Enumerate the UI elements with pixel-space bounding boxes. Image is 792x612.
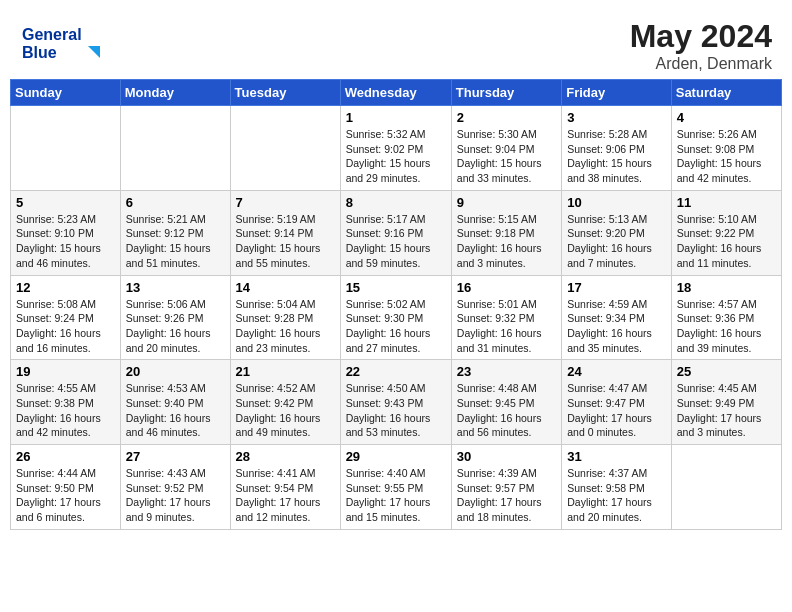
day-number: 1 [346, 110, 446, 125]
day-number: 23 [457, 364, 556, 379]
calendar-cell: 18Sunrise: 4:57 AM Sunset: 9:36 PM Dayli… [671, 275, 781, 360]
day-info: Sunrise: 4:45 AM Sunset: 9:49 PM Dayligh… [677, 381, 776, 440]
day-info: Sunrise: 5:15 AM Sunset: 9:18 PM Dayligh… [457, 212, 556, 271]
calendar-cell [671, 445, 781, 530]
day-number: 6 [126, 195, 225, 210]
calendar-cell: 25Sunrise: 4:45 AM Sunset: 9:49 PM Dayli… [671, 360, 781, 445]
calendar-body: 1Sunrise: 5:32 AM Sunset: 9:02 PM Daylig… [11, 106, 782, 530]
calendar-cell: 8Sunrise: 5:17 AM Sunset: 9:16 PM Daylig… [340, 190, 451, 275]
calendar-cell: 1Sunrise: 5:32 AM Sunset: 9:02 PM Daylig… [340, 106, 451, 191]
day-info: Sunrise: 4:43 AM Sunset: 9:52 PM Dayligh… [126, 466, 225, 525]
day-number: 11 [677, 195, 776, 210]
day-number: 28 [236, 449, 335, 464]
weekday-header-cell: Friday [562, 80, 672, 106]
day-info: Sunrise: 5:01 AM Sunset: 9:32 PM Dayligh… [457, 297, 556, 356]
logo: General Blue [20, 18, 110, 68]
day-info: Sunrise: 5:19 AM Sunset: 9:14 PM Dayligh… [236, 212, 335, 271]
day-number: 26 [16, 449, 115, 464]
calendar-cell: 7Sunrise: 5:19 AM Sunset: 9:14 PM Daylig… [230, 190, 340, 275]
day-info: Sunrise: 5:02 AM Sunset: 9:30 PM Dayligh… [346, 297, 446, 356]
calendar-cell: 29Sunrise: 4:40 AM Sunset: 9:55 PM Dayli… [340, 445, 451, 530]
day-info: Sunrise: 4:57 AM Sunset: 9:36 PM Dayligh… [677, 297, 776, 356]
weekday-header-cell: Thursday [451, 80, 561, 106]
calendar-cell: 6Sunrise: 5:21 AM Sunset: 9:12 PM Daylig… [120, 190, 230, 275]
day-number: 18 [677, 280, 776, 295]
day-info: Sunrise: 5:23 AM Sunset: 9:10 PM Dayligh… [16, 212, 115, 271]
calendar-cell: 10Sunrise: 5:13 AM Sunset: 9:20 PM Dayli… [562, 190, 672, 275]
calendar-cell: 19Sunrise: 4:55 AM Sunset: 9:38 PM Dayli… [11, 360, 121, 445]
day-info: Sunrise: 5:32 AM Sunset: 9:02 PM Dayligh… [346, 127, 446, 186]
day-number: 5 [16, 195, 115, 210]
day-info: Sunrise: 5:21 AM Sunset: 9:12 PM Dayligh… [126, 212, 225, 271]
day-info: Sunrise: 5:28 AM Sunset: 9:06 PM Dayligh… [567, 127, 666, 186]
calendar-week-row: 19Sunrise: 4:55 AM Sunset: 9:38 PM Dayli… [11, 360, 782, 445]
calendar-cell: 14Sunrise: 5:04 AM Sunset: 9:28 PM Dayli… [230, 275, 340, 360]
day-number: 19 [16, 364, 115, 379]
day-info: Sunrise: 5:08 AM Sunset: 9:24 PM Dayligh… [16, 297, 115, 356]
logo-svg: General Blue [20, 18, 110, 68]
day-number: 22 [346, 364, 446, 379]
day-number: 31 [567, 449, 666, 464]
title-block: May 2024 Arden, Denmark [630, 18, 772, 73]
calendar-cell: 21Sunrise: 4:52 AM Sunset: 9:42 PM Dayli… [230, 360, 340, 445]
day-number: 12 [16, 280, 115, 295]
weekday-header-cell: Wednesday [340, 80, 451, 106]
day-info: Sunrise: 4:41 AM Sunset: 9:54 PM Dayligh… [236, 466, 335, 525]
day-info: Sunrise: 5:04 AM Sunset: 9:28 PM Dayligh… [236, 297, 335, 356]
day-info: Sunrise: 4:44 AM Sunset: 9:50 PM Dayligh… [16, 466, 115, 525]
calendar-cell: 17Sunrise: 4:59 AM Sunset: 9:34 PM Dayli… [562, 275, 672, 360]
page-header: General Blue May 2024 Arden, Denmark [10, 10, 782, 79]
day-number: 14 [236, 280, 335, 295]
day-number: 7 [236, 195, 335, 210]
weekday-header-cell: Tuesday [230, 80, 340, 106]
calendar-cell: 2Sunrise: 5:30 AM Sunset: 9:04 PM Daylig… [451, 106, 561, 191]
day-number: 8 [346, 195, 446, 210]
day-info: Sunrise: 5:06 AM Sunset: 9:26 PM Dayligh… [126, 297, 225, 356]
weekday-header-row: SundayMondayTuesdayWednesdayThursdayFrid… [11, 80, 782, 106]
calendar-cell: 30Sunrise: 4:39 AM Sunset: 9:57 PM Dayli… [451, 445, 561, 530]
day-number: 21 [236, 364, 335, 379]
calendar-cell: 28Sunrise: 4:41 AM Sunset: 9:54 PM Dayli… [230, 445, 340, 530]
day-info: Sunrise: 4:59 AM Sunset: 9:34 PM Dayligh… [567, 297, 666, 356]
calendar-cell: 23Sunrise: 4:48 AM Sunset: 9:45 PM Dayli… [451, 360, 561, 445]
calendar-cell [11, 106, 121, 191]
calendar-week-row: 26Sunrise: 4:44 AM Sunset: 9:50 PM Dayli… [11, 445, 782, 530]
day-number: 25 [677, 364, 776, 379]
day-info: Sunrise: 4:50 AM Sunset: 9:43 PM Dayligh… [346, 381, 446, 440]
calendar-cell: 20Sunrise: 4:53 AM Sunset: 9:40 PM Dayli… [120, 360, 230, 445]
day-info: Sunrise: 5:30 AM Sunset: 9:04 PM Dayligh… [457, 127, 556, 186]
calendar-cell: 31Sunrise: 4:37 AM Sunset: 9:58 PM Dayli… [562, 445, 672, 530]
day-info: Sunrise: 4:40 AM Sunset: 9:55 PM Dayligh… [346, 466, 446, 525]
calendar-cell: 4Sunrise: 5:26 AM Sunset: 9:08 PM Daylig… [671, 106, 781, 191]
calendar-week-row: 1Sunrise: 5:32 AM Sunset: 9:02 PM Daylig… [11, 106, 782, 191]
weekday-header-cell: Monday [120, 80, 230, 106]
calendar-cell: 13Sunrise: 5:06 AM Sunset: 9:26 PM Dayli… [120, 275, 230, 360]
calendar-cell: 26Sunrise: 4:44 AM Sunset: 9:50 PM Dayli… [11, 445, 121, 530]
month-year-title: May 2024 [630, 18, 772, 55]
calendar-cell: 24Sunrise: 4:47 AM Sunset: 9:47 PM Dayli… [562, 360, 672, 445]
day-number: 20 [126, 364, 225, 379]
calendar-cell: 22Sunrise: 4:50 AM Sunset: 9:43 PM Dayli… [340, 360, 451, 445]
calendar-cell [230, 106, 340, 191]
day-info: Sunrise: 5:10 AM Sunset: 9:22 PM Dayligh… [677, 212, 776, 271]
day-info: Sunrise: 4:55 AM Sunset: 9:38 PM Dayligh… [16, 381, 115, 440]
calendar-week-row: 5Sunrise: 5:23 AM Sunset: 9:10 PM Daylig… [11, 190, 782, 275]
day-info: Sunrise: 5:26 AM Sunset: 9:08 PM Dayligh… [677, 127, 776, 186]
day-number: 29 [346, 449, 446, 464]
calendar-table: SundayMondayTuesdayWednesdayThursdayFrid… [10, 79, 782, 530]
day-info: Sunrise: 4:52 AM Sunset: 9:42 PM Dayligh… [236, 381, 335, 440]
calendar-cell [120, 106, 230, 191]
day-info: Sunrise: 4:37 AM Sunset: 9:58 PM Dayligh… [567, 466, 666, 525]
location-subtitle: Arden, Denmark [630, 55, 772, 73]
calendar-cell: 16Sunrise: 5:01 AM Sunset: 9:32 PM Dayli… [451, 275, 561, 360]
day-number: 13 [126, 280, 225, 295]
day-number: 4 [677, 110, 776, 125]
day-number: 24 [567, 364, 666, 379]
calendar-cell: 15Sunrise: 5:02 AM Sunset: 9:30 PM Dayli… [340, 275, 451, 360]
day-info: Sunrise: 5:13 AM Sunset: 9:20 PM Dayligh… [567, 212, 666, 271]
day-number: 16 [457, 280, 556, 295]
day-info: Sunrise: 5:17 AM Sunset: 9:16 PM Dayligh… [346, 212, 446, 271]
day-info: Sunrise: 4:47 AM Sunset: 9:47 PM Dayligh… [567, 381, 666, 440]
day-number: 17 [567, 280, 666, 295]
day-number: 15 [346, 280, 446, 295]
